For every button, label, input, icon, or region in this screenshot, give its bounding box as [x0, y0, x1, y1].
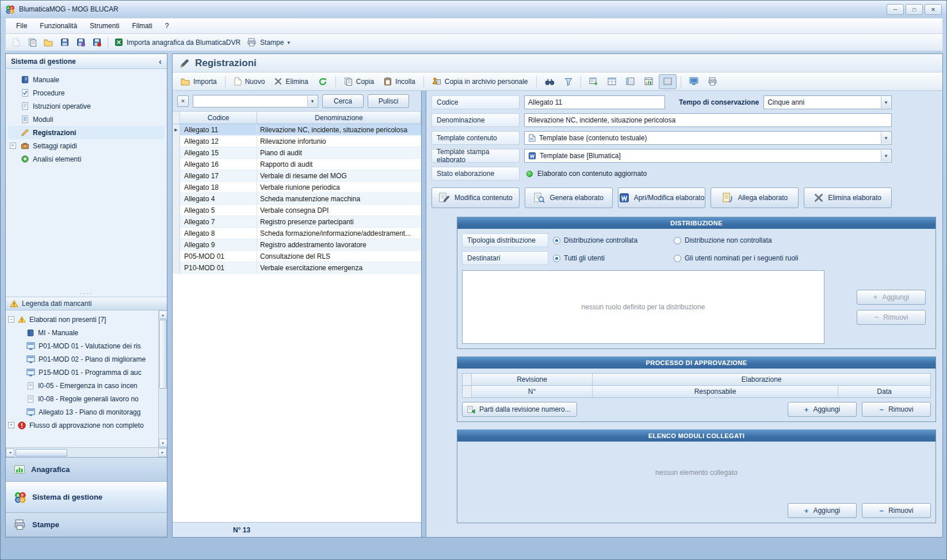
nav-anagrafica[interactable]: Anagrafica [6, 458, 167, 482]
collapse-node-icon[interactable]: − [8, 316, 14, 323]
close-button[interactable]: ✕ [925, 4, 942, 15]
modifica-contenuto-button[interactable]: Modifica contenuto [432, 187, 520, 208]
column-header-data[interactable]: Data [838, 386, 930, 397]
pulisci-button[interactable]: Pulisci [368, 94, 409, 108]
sidebar-item-settaggi-rapidi[interactable]: + Settaggi rapidi [8, 139, 165, 152]
dropdown-icon[interactable]: ▾ [881, 97, 891, 108]
copia-archivio-button[interactable]: Copia in archivio personale [428, 74, 532, 89]
table-row[interactable]: Allegato 8Scheda formazione/informazione… [173, 228, 421, 239]
table-row[interactable]: Allegato 7Registro presenze partecipanti [173, 216, 421, 228]
cerca-button[interactable]: Cerca [322, 94, 364, 108]
collapse-sidebar-icon[interactable]: ‹ [159, 56, 162, 66]
filter-button[interactable] [560, 74, 576, 89]
table-row[interactable]: Allegato 12Rilevazione infortunio [173, 136, 421, 147]
table-row[interactable]: Allegato 16Rapporto di audit [173, 159, 421, 170]
dropdown-icon[interactable]: ▾ [881, 150, 891, 162]
duplicate-record-button[interactable] [25, 36, 40, 49]
find-button[interactable] [541, 74, 559, 89]
copia-button[interactable]: Copia [340, 74, 378, 89]
minimize-button[interactable]: ─ [887, 4, 904, 15]
legend-item[interactable]: MI - Manuale [8, 326, 158, 339]
save-button[interactable] [57, 36, 72, 49]
sidebar-item-procedure[interactable]: Procedure [8, 86, 165, 99]
template-contenuto-select[interactable]: Template base (contenuto testuale) ▾ [524, 131, 892, 145]
legend-group-flusso[interactable]: + Flusso di approvazione non completo [8, 419, 158, 432]
radio-tutti-gli-utenti[interactable]: Tutti gli utenti [553, 254, 656, 262]
legend-item[interactable]: I0-05 - Emergenza in caso incen [8, 379, 158, 392]
moduli-collegati-list[interactable]: nessun elemento collegato [462, 446, 931, 499]
rimuovi-ruolo-button[interactable]: − Rimuovi [857, 310, 926, 325]
add-view-button[interactable] [585, 74, 602, 89]
denominazione-field[interactable] [525, 114, 891, 126]
table-row[interactable]: Allegato 15Piano di audit [173, 147, 421, 159]
rimuovi-modulo-button[interactable]: − Rimuovi [862, 503, 931, 518]
column-header-numero[interactable]: N° [472, 386, 593, 397]
aggiungi-modulo-button[interactable]: + Aggiungi [788, 503, 857, 518]
ruoli-listbox[interactable]: nessun ruolo definito per la distribuzio… [462, 270, 824, 344]
rimuovi-revisione-button[interactable]: − Rimuovi [862, 402, 931, 417]
importa-button[interactable]: Importa [177, 74, 221, 89]
save-all-button[interactable] [89, 36, 104, 49]
legend-item[interactable]: P01-MOD 01 - Valutazione dei ris [8, 339, 158, 352]
gridlines-toggle-button[interactable] [659, 74, 677, 89]
radio-distribuzione-controllata[interactable]: Distribuzione controllata [553, 236, 656, 244]
legend-horizontal-scrollbar[interactable]: ◄ ► [6, 447, 167, 457]
radio-utenti-nominati[interactable]: Gli utenti nominati per i seguenti ruoli [674, 254, 798, 262]
elimina-button[interactable]: Elimina [270, 74, 312, 89]
clear-filter-button[interactable]: ✕ [177, 95, 189, 107]
column-header-codice[interactable]: Codice [180, 112, 257, 124]
print-button[interactable] [704, 74, 721, 89]
table-row[interactable]: Allegato 9Registro addestramento lavorat… [173, 239, 421, 251]
sidebar-item-analisi-elementi[interactable]: Analisi elementi [8, 152, 165, 166]
scrollbar-thumb[interactable] [16, 449, 67, 457]
table-row[interactable]: Allegato 17Verbale di riesame del MOG [173, 170, 421, 182]
column-view-button[interactable] [622, 74, 639, 89]
table-row[interactable]: Allegato 18Verbale riunione periodica [173, 182, 421, 193]
stampe-button[interactable]: Stampe ▾ [245, 36, 293, 49]
legend-group-elaborati[interactable]: − Elaborati non presenti [7] [8, 313, 158, 326]
genera-elaborato-button[interactable]: Genera elaborato [525, 187, 613, 208]
search-input[interactable] [193, 95, 318, 107]
menu-file[interactable]: File [10, 20, 33, 32]
table-row[interactable]: Allegato 4Scheda manutenzione macchina [173, 193, 421, 205]
legend-item[interactable]: P01-MOD 02 - Piano di migliorame [8, 352, 158, 366]
radio-distribuzione-non-controllata[interactable]: Distribuzione non controllata [674, 236, 772, 244]
dropdown-icon[interactable]: ▾ [881, 132, 891, 144]
tempo-conservazione-select[interactable]: Cinque anni ▾ [763, 95, 892, 109]
legend-vertical-scrollbar[interactable]: ▲ ▼ [158, 310, 167, 447]
sidebar-item-manuale[interactable]: Manuale [8, 73, 165, 86]
sidebar-item-istruzioni-operative[interactable]: Istruzioni operative [8, 99, 165, 113]
preview-button[interactable] [685, 74, 702, 89]
column-header-denominazione[interactable]: Denominazione [257, 112, 421, 124]
search-dropdown-icon[interactable]: ▾ [307, 96, 317, 106]
parti-dalla-revisione-button[interactable]: Parti dalla revisione numero... [462, 402, 577, 417]
scroll-left-icon[interactable]: ◄ [6, 448, 14, 457]
legend-item[interactable]: Allegato 13 - Piano di monitoragg [8, 405, 158, 419]
table-row[interactable]: ▶ Allegato 11Rilevazione NC, incidente, … [173, 124, 421, 136]
maximize-button[interactable]: □ [906, 4, 923, 15]
menu-filmati[interactable]: Filmati [126, 20, 158, 32]
legend-item[interactable]: P15-MOD 01 - Programma di auc [8, 366, 158, 379]
aggiungi-ruolo-button[interactable]: + Aggiungi [857, 290, 926, 305]
open-button[interactable] [41, 36, 56, 49]
expand-node-icon[interactable]: + [8, 422, 14, 428]
importa-anagrafica-button[interactable]: Importa anagrafica da BlumaticaDVR [112, 36, 243, 49]
table-row[interactable]: Allegato 5Verbale consegna DPI [173, 205, 421, 216]
menu-funzionalita[interactable]: Funzionalità [34, 20, 83, 32]
allega-elaborato-button[interactable]: Allega elaborato [711, 187, 799, 208]
table-row[interactable]: P05-MOD 01Consultazione del RLS [173, 251, 421, 262]
pivot-view-button[interactable] [640, 74, 657, 89]
new-document-button[interactable] [9, 36, 24, 49]
sidebar-item-registrazioni[interactable]: Registrazioni [8, 126, 165, 139]
scroll-down-icon[interactable]: ▼ [159, 439, 167, 447]
nuovo-button[interactable]: Nuovo [230, 74, 269, 89]
nav-sistema-di-gestione[interactable]: APCD Sistema di gestione [6, 482, 167, 513]
refresh-button[interactable] [314, 74, 331, 89]
sidebar-splitter[interactable]: ···· [6, 290, 167, 297]
scroll-up-icon[interactable]: ▲ [159, 310, 167, 319]
codice-field[interactable] [525, 96, 665, 109]
scroll-right-icon[interactable]: ► [158, 448, 167, 457]
save-as-button[interactable] [73, 36, 88, 49]
aggiungi-revisione-button[interactable]: + Aggiungi [788, 402, 857, 417]
elimina-elaborato-button[interactable]: Elimina elaborato [804, 187, 892, 208]
